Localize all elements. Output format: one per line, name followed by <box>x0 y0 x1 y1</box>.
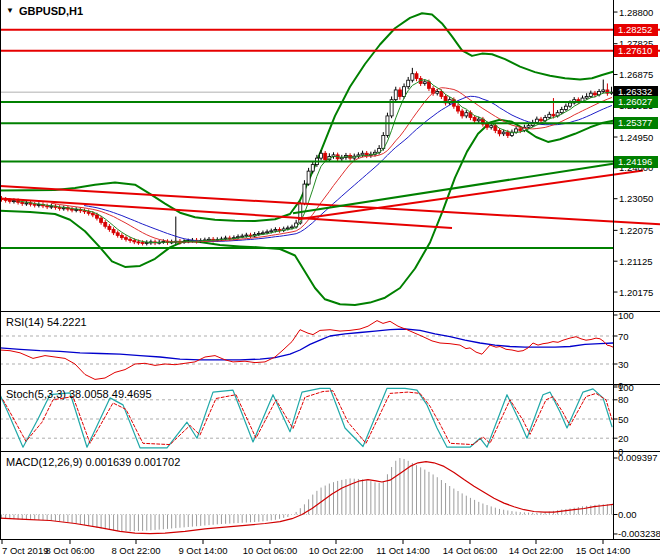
candle-body <box>87 212 90 214</box>
candle-body <box>137 242 140 243</box>
candle-body <box>303 184 306 203</box>
candle-body <box>129 239 132 240</box>
trendline-descending-channel-lower <box>0 198 452 228</box>
candle-body <box>58 207 61 208</box>
price-tick-label: 1.22075 <box>619 225 653 236</box>
candle-body <box>274 230 277 231</box>
price-tick-label: 1.28800 <box>619 7 653 18</box>
candle-body <box>502 132 505 134</box>
candle-body <box>569 103 572 106</box>
price-badge-red: 1.27610 <box>614 45 658 57</box>
candle-body <box>291 227 294 228</box>
candle-body <box>564 106 567 109</box>
candle-body <box>457 106 460 111</box>
candle-body <box>407 80 410 86</box>
stoch-scale-label: 50 <box>618 414 629 425</box>
candle-body <box>361 153 364 155</box>
candle-body <box>394 90 397 100</box>
price-badge-green: 1.25377 <box>614 117 658 129</box>
candle-body <box>261 233 264 234</box>
symbol-label: ▼ GBPUSD,H1 <box>6 5 83 17</box>
price-tick-label: 1.20175 <box>619 287 653 298</box>
time-label: 14 Oct 22:00 <box>509 545 563 556</box>
rsi-scale-label: 30 <box>618 359 629 370</box>
candle-body <box>548 114 551 117</box>
time-label: 9 Oct 14:00 <box>178 545 227 556</box>
candle-body <box>91 213 94 215</box>
price-tick-label: 1.23050 <box>619 193 653 204</box>
candle-body <box>46 206 49 207</box>
price-badge-red: 1.28252 <box>614 24 658 36</box>
time-label: 15 Oct 14:00 <box>576 545 630 556</box>
candle-body <box>33 204 36 205</box>
stoch-indicator-label: Stoch(5,3,3) 38.0058 49.4695 <box>6 388 152 400</box>
candle-body <box>116 233 119 236</box>
chart-window: ▼ GBPUSD,H1 RSI(14) 54.2221 Stoch(5,3,3)… <box>0 0 660 560</box>
chart-menu-arrow-icon[interactable]: ▼ <box>6 7 14 15</box>
candle-body <box>386 116 389 135</box>
candle-body <box>145 243 148 244</box>
price-tick-label: 1.26875 <box>619 69 653 80</box>
candle-body <box>245 235 248 236</box>
candle-body <box>506 132 509 135</box>
candle-body <box>415 74 418 79</box>
time-label: 8 Oct 22:00 <box>111 545 160 556</box>
price-chart-canvas[interactable] <box>0 0 660 560</box>
candle-body <box>141 243 144 244</box>
macd-scale-label: -0.003238 <box>618 528 660 539</box>
candle-body <box>95 215 98 218</box>
candle-body <box>473 118 476 121</box>
macd-indicator-label: MACD(12,26,9) 0.001639 0.001702 <box>6 456 180 468</box>
candle-body <box>286 228 289 229</box>
candle-body <box>307 171 310 184</box>
candle-body <box>535 119 538 122</box>
candle-body <box>515 129 518 132</box>
candle-body <box>436 92 439 94</box>
candle-body <box>486 124 489 127</box>
candle-body <box>21 202 24 203</box>
price-badge-green: 1.24196 <box>614 156 658 168</box>
candle-body <box>100 218 103 222</box>
candle-body <box>125 238 128 240</box>
stoch-scale-label: 80 <box>618 394 629 405</box>
time-label: 10 Oct 22:00 <box>309 545 363 556</box>
candle-body <box>133 241 136 242</box>
candle-body <box>25 203 28 204</box>
candle-body <box>12 201 15 202</box>
trendline-ascending-support-red <box>298 170 643 219</box>
candle-body <box>527 126 530 128</box>
candle-body <box>108 226 111 229</box>
candle-body <box>266 232 269 233</box>
candle-body <box>593 93 596 95</box>
time-label: 14 Oct 06:00 <box>443 545 497 556</box>
symbol-label-text: GBPUSD,H1 <box>19 5 83 17</box>
candle-body <box>8 200 11 201</box>
price-badge-green: 1.26027 <box>614 96 658 108</box>
candle-body <box>560 109 563 112</box>
candle-body <box>120 235 123 237</box>
mid-ma-line <box>51 88 611 243</box>
candle-body <box>62 208 65 209</box>
trendline-ascending-support-green <box>293 164 613 214</box>
time-label: 8 Oct 06:00 <box>45 545 94 556</box>
candle-body <box>465 113 468 116</box>
candle-body <box>585 96 588 98</box>
candle-body <box>257 233 260 234</box>
candle-body <box>270 231 273 232</box>
candle-body <box>104 222 107 226</box>
candle-body <box>71 209 74 210</box>
time-label: 11 Oct 14:00 <box>376 545 430 556</box>
candle-body <box>398 90 401 96</box>
time-label: 7 Oct 2019 <box>2 545 48 556</box>
candle-body <box>461 111 464 116</box>
candle-body <box>311 165 314 171</box>
macd-scale-label: 0.009397 <box>618 452 658 463</box>
bollinger-upper-band <box>0 13 613 221</box>
candle-body <box>519 129 522 131</box>
stoch-scale-label: 100 <box>618 382 634 393</box>
candle-body <box>589 93 592 96</box>
candle-body <box>540 119 543 121</box>
price-tick-label: 1.24950 <box>619 132 653 143</box>
stoch-scale-label: 20 <box>618 433 629 444</box>
macd-signal-line <box>0 462 613 534</box>
